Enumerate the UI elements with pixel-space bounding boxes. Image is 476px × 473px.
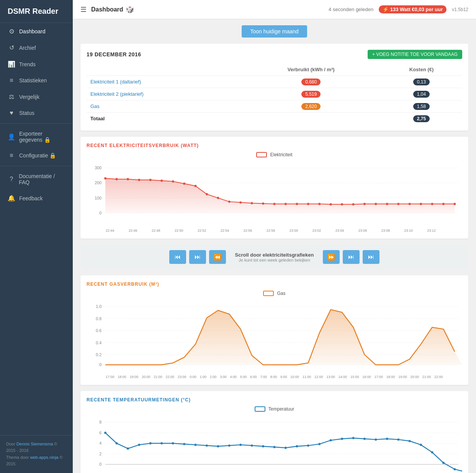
svg-point-37 (431, 203, 433, 205)
date-label: 19 DECEMBER 2016 (87, 51, 141, 57)
sidebar-item-configuratie[interactable]: ≡ Configuratie 🔒 (0, 147, 73, 164)
svg-text:0.8: 0.8 (96, 316, 101, 321)
svg-point-70 (149, 442, 152, 445)
nav-prev-page-button[interactable]: ⏭ (189, 250, 206, 264)
nav-first-button[interactable]: ⏮ (169, 250, 186, 264)
svg-point-20 (239, 201, 242, 204)
row-kosten: 0,13 (381, 76, 462, 88)
sidebar-item-dashboard[interactable]: ⊙ Dashboard (0, 23, 73, 39)
svg-point-80 (262, 445, 264, 447)
svg-point-35 (409, 203, 411, 205)
svg-text:100: 100 (95, 196, 101, 200)
svg-point-88 (352, 437, 355, 439)
configuratie-icon: ≡ (8, 152, 15, 159)
sidebar-footer: Door Dennis Siemensma © 2015 - 2016 Them… (0, 435, 73, 473)
nav-next-button[interactable]: ⏩ (323, 250, 340, 264)
svg-text:300: 300 (95, 165, 101, 170)
nav-buttons-section: ⏮ ⏭ ⏪ Scroll door elektriciteitsgrafieke… (80, 245, 468, 269)
temp-legend-box (255, 406, 265, 412)
svg-point-10 (127, 178, 129, 180)
sidebar-item-status[interactable]: ♥ Status (0, 105, 73, 121)
nav-next-page-button[interactable]: ⏭ (343, 250, 360, 264)
add-note-button[interactable]: + VOEG NOTITIE TOE VOOR VANDAAG (368, 50, 462, 59)
theme-link[interactable]: web-apps.ninja (30, 455, 58, 460)
row-label: Gas (87, 100, 241, 113)
svg-point-94 (420, 444, 422, 446)
menu-icon[interactable]: ☰ (80, 5, 87, 14)
temp-chart-card: RECENTE TEMPERATUURMETINGEN (°C) Tempera… (80, 391, 468, 473)
gas-legend-box (263, 291, 274, 296)
author-link[interactable]: Dennis Siemensma (16, 442, 53, 446)
statistieken-icon: ≡ (8, 77, 15, 84)
sidebar-item-archief[interactable]: ↺ Archief (0, 39, 73, 56)
row-label: Elektriciteit 1 (daltarief) (87, 76, 241, 88)
gas-x-labels: 17:0018:0019:0020:0021:0022:0023:000:001… (87, 375, 462, 379)
svg-text:8: 8 (99, 420, 101, 424)
table-row: Elektriciteit 2 (piektarief)5,5191,04 (87, 88, 462, 100)
temp-legend-label: Temperatuur (268, 406, 294, 412)
svg-point-31 (363, 203, 366, 205)
row-verbruikt: 0,680 (241, 76, 381, 88)
main-content: ☰ Dashboard 🎲 4 seconden geleden ⚡ 133 W… (73, 0, 476, 473)
svg-point-36 (420, 203, 422, 205)
time-ago: 4 seconden geleden (329, 7, 373, 12)
sidebar-item-statistieken[interactable]: ≡ Statistieken (0, 72, 73, 88)
date-header: 19 DECEMBER 2016 + VOEG NOTITIE TOE VOOR… (87, 50, 462, 59)
row-verbruikt (241, 113, 381, 125)
svg-point-23 (273, 203, 276, 205)
row-kosten: 1,58 (381, 100, 462, 113)
svg-point-91 (386, 438, 388, 440)
svg-point-17 (206, 193, 208, 195)
electricity-legend-box (256, 152, 267, 157)
usage-table: Verbruikt (kWh / m³) Kosten (€) Elektric… (87, 64, 462, 124)
svg-point-19 (228, 201, 231, 203)
svg-point-97 (453, 468, 456, 470)
nav-last-button[interactable]: ⏭ (363, 250, 379, 264)
temp-chart-container: Temperatuur 8 6 4 2 0 -2 (87, 406, 462, 473)
svg-point-73 (183, 443, 185, 445)
gas-chart-container: Gas 1. (87, 291, 462, 379)
svg-point-72 (172, 442, 174, 445)
svg-point-11 (138, 179, 140, 181)
svg-point-79 (251, 444, 253, 447)
svg-point-86 (330, 439, 332, 442)
sidebar-item-documentatie[interactable]: ? Documentatie / FAQ (0, 169, 73, 190)
row-label: Elektriciteit 2 (piektarief) (87, 88, 241, 100)
svg-point-96 (442, 462, 445, 464)
electricity-chart-container: Elektriciteit 300 200 100 0 (87, 152, 462, 232)
dashboard-header-icon: 🎲 (126, 5, 134, 14)
svg-point-87 (341, 438, 343, 440)
svg-point-71 (160, 442, 163, 445)
svg-point-39 (453, 203, 456, 205)
sidebar-item-feedback[interactable]: 🔔 Feedback (0, 190, 73, 206)
sidebar-item-exporteer[interactable]: 👤 Exporteer gegevens 🔒 (0, 126, 73, 147)
svg-point-66 (104, 432, 106, 434)
svg-point-78 (239, 444, 242, 446)
show-month-button[interactable]: Toon huidige maand (242, 25, 307, 38)
temp-svg-chart: 8 6 4 2 0 -2 (87, 414, 462, 473)
nav-prev-button[interactable]: ⏪ (209, 250, 226, 264)
svg-point-38 (442, 203, 445, 205)
vergelijk-icon: ⚖ (8, 93, 15, 100)
svg-text:200: 200 (95, 180, 101, 185)
status-icon: ♥ (8, 110, 15, 116)
svg-text:6: 6 (99, 430, 101, 435)
row-verbruikt: 5,519 (241, 88, 381, 100)
svg-point-68 (127, 447, 129, 450)
gas-chart-title: RECENT GASVERBRUIK (M³) (87, 282, 462, 287)
svg-point-77 (228, 444, 231, 447)
daily-summary-card: 19 DECEMBER 2016 + VOEG NOTITIE TOE VOOR… (80, 44, 468, 131)
svg-point-90 (375, 439, 377, 441)
svg-marker-52 (105, 309, 462, 365)
row-kosten: 2,75 (381, 113, 462, 125)
version-label: v1.5b12 (452, 7, 468, 12)
row-verbruikt: 2,620 (241, 100, 381, 113)
sidebar-item-trends[interactable]: 📊 Trends (0, 56, 73, 72)
svg-point-95 (431, 451, 433, 453)
sidebar-item-vergelijk[interactable]: ⚖ Vergelijk (0, 88, 73, 105)
svg-point-89 (363, 438, 366, 440)
svg-point-22 (262, 203, 264, 205)
svg-text:0.6: 0.6 (96, 328, 101, 333)
svg-point-13 (160, 180, 163, 182)
gas-svg-chart: 1.0 0.8 0.6 0.4 0.2 0 (87, 298, 462, 375)
